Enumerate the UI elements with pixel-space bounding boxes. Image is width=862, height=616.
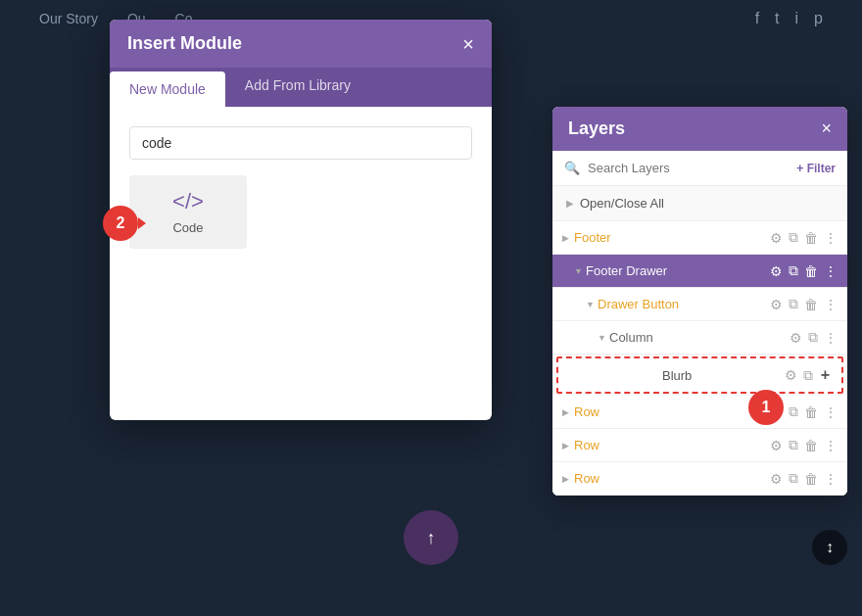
footer-delete-icon[interactable]: 🗑 <box>804 230 818 246</box>
row3-duplicate-icon[interactable]: ⧉ <box>789 470 798 487</box>
blurb-settings-icon[interactable]: ⚙ <box>785 367 797 383</box>
footer-drawer-label: Footer Drawer <box>586 263 770 278</box>
layer-row-row1[interactable]: ▶ Row ⚙ ⧉ 🗑 ⋮ <box>552 396 847 429</box>
blurb-duplicate-icon[interactable]: ⧉ <box>803 367 813 384</box>
footer-drawer-duplicate-icon[interactable]: ⧉ <box>789 262 798 279</box>
layers-panel: Layers × 🔍 + Filter ▶ Open/Close All ▶ F… <box>552 107 847 496</box>
dialog-close-button[interactable]: × <box>462 34 474 54</box>
layers-search-input[interactable] <box>588 161 789 175</box>
row2-actions: ⚙ ⧉ 🗑 ⋮ <box>770 437 838 453</box>
row2-delete-icon[interactable]: 🗑 <box>804 438 818 453</box>
scroll-up-button[interactable]: ↑ <box>404 510 458 565</box>
row2-duplicate-icon[interactable]: ⧉ <box>789 437 798 453</box>
footer-settings-icon[interactable]: ⚙ <box>770 230 783 246</box>
drawer-button-delete-icon[interactable]: 🗑 <box>804 297 818 312</box>
drawer-button-more-icon[interactable]: ⋮ <box>824 297 838 312</box>
layer-row-footer-drawer[interactable]: ▼ Footer Drawer ⚙ ⧉ 🗑 ⋮ <box>552 255 847 288</box>
column-settings-icon[interactable]: ⚙ <box>790 330 802 346</box>
blurb-add-button[interactable]: + <box>819 366 832 384</box>
nav-social-icons: f t i p <box>755 10 823 27</box>
layers-search-bar: 🔍 + Filter <box>552 151 847 186</box>
row3-actions: ⚙ ⧉ 🗑 ⋮ <box>770 470 838 487</box>
twitter-icon: t <box>775 10 779 27</box>
up-arrow-icon: ↑ <box>427 528 436 548</box>
row2-settings-icon[interactable]: ⚙ <box>770 438 783 453</box>
module-search-input[interactable] <box>129 126 472 160</box>
footer-more-icon[interactable]: ⋮ <box>824 230 838 246</box>
row3-chevron: ▶ <box>562 474 574 484</box>
pinterest-icon: p <box>814 10 823 27</box>
step-badge-1: 1 <box>748 390 784 425</box>
row3-more-icon[interactable]: ⋮ <box>824 471 838 487</box>
column-chevron: ▼ <box>598 333 609 343</box>
row3-delete-icon[interactable]: 🗑 <box>804 471 818 487</box>
blurb-label: Blurb <box>662 368 785 383</box>
column-duplicate-icon[interactable]: ⧉ <box>808 329 818 346</box>
column-label: Column <box>609 330 790 345</box>
open-close-all[interactable]: ▶ Open/Close All <box>552 186 847 221</box>
code-module-label: Code <box>172 220 203 235</box>
drawer-button-actions: ⚙ ⧉ 🗑 ⋮ <box>770 296 838 312</box>
column-more-icon[interactable]: ⋮ <box>824 330 838 346</box>
row1-duplicate-icon[interactable]: ⧉ <box>789 403 798 420</box>
column-actions: ⚙ ⧉ ⋮ <box>790 329 838 346</box>
row3-settings-icon[interactable]: ⚙ <box>770 471 783 487</box>
row2-label: Row <box>574 438 770 452</box>
drawer-button-label: Drawer Button <box>598 297 770 311</box>
layers-body: ▶ Open/Close All ▶ Footer ⚙ ⧉ 🗑 ⋮ ▼ Foot… <box>552 186 847 496</box>
instagram-icon: i <box>795 10 799 27</box>
footer-drawer-delete-icon[interactable]: 🗑 <box>804 263 818 279</box>
facebook-icon: f <box>755 10 759 27</box>
footer-drawer-more-icon[interactable]: ⋮ <box>824 263 838 279</box>
footer-actions: ⚙ ⧉ 🗑 ⋮ <box>770 229 838 246</box>
filter-button[interactable]: + Filter <box>796 162 836 175</box>
step-badge-2: 2 <box>103 206 138 241</box>
row2-more-icon[interactable]: ⋮ <box>824 438 838 453</box>
nav-our-story: Our Story <box>39 11 98 26</box>
footer-chevron: ▶ <box>562 233 574 243</box>
footer-drawer-actions: ⚙ ⧉ 🗑 ⋮ <box>770 262 838 279</box>
footer-drawer-settings-icon[interactable]: ⚙ <box>770 263 783 279</box>
scroll-icon: ↕ <box>826 539 834 556</box>
tab-add-from-library[interactable]: Add From Library <box>225 68 370 107</box>
footer-drawer-chevron: ▼ <box>574 266 586 276</box>
layer-row-drawer-button[interactable]: ▼ Drawer Button ⚙ ⧉ 🗑 ⋮ <box>552 288 847 321</box>
footer-duplicate-icon[interactable]: ⧉ <box>789 229 798 246</box>
row1-chevron: ▶ <box>562 407 574 417</box>
layer-row-column[interactable]: ▼ Column ⚙ ⧉ ⋮ <box>552 321 847 355</box>
layer-row-footer[interactable]: ▶ Footer ⚙ ⧉ 🗑 ⋮ <box>552 221 847 255</box>
module-results: </> Code <box>129 175 472 249</box>
row2-chevron: ▶ <box>562 441 574 450</box>
blurb-actions: ⚙ ⧉ + <box>785 366 832 384</box>
dialog-tabs: New Module Add From Library <box>110 68 492 107</box>
drawer-button-duplicate-icon[interactable]: ⧉ <box>789 296 798 312</box>
layer-row-row2[interactable]: ▶ Row ⚙ ⧉ 🗑 ⋮ <box>552 429 847 462</box>
layers-title: Layers <box>568 118 625 139</box>
drawer-button-settings-icon[interactable]: ⚙ <box>770 297 783 312</box>
search-icon: 🔍 <box>564 161 580 175</box>
scroll-indicator[interactable]: ↕ <box>812 530 847 565</box>
layers-close-button[interactable]: × <box>821 118 832 139</box>
dialog-header: Insert Module × <box>110 20 492 68</box>
row1-more-icon[interactable]: ⋮ <box>824 404 838 420</box>
layers-header: Layers × <box>552 107 847 151</box>
code-module-item[interactable]: </> Code <box>129 175 247 249</box>
insert-module-dialog: Insert Module × New Module Add From Libr… <box>110 20 492 420</box>
row1-delete-icon[interactable]: 🗑 <box>804 404 818 420</box>
row3-label: Row <box>574 471 770 486</box>
tab-new-module[interactable]: New Module <box>110 71 225 107</box>
open-close-chevron: ▶ <box>566 198 574 209</box>
drawer-button-chevron: ▼ <box>586 300 598 309</box>
layer-row-blurb[interactable]: Blurb ⚙ ⧉ + <box>556 356 843 394</box>
layer-row-row3[interactable]: ▶ Row ⚙ ⧉ 🗑 ⋮ <box>552 462 847 496</box>
dialog-body: </> Code <box>110 107 492 420</box>
code-module-icon: </> <box>172 189 204 214</box>
row1-label: Row <box>574 404 770 419</box>
dialog-title: Insert Module <box>127 33 242 54</box>
footer-label: Footer <box>574 230 770 245</box>
